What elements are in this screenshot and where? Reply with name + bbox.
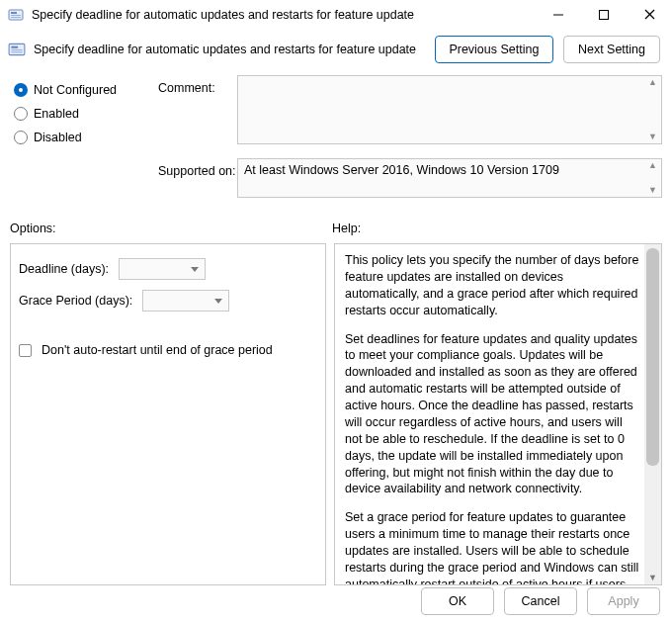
radio-icon	[14, 131, 28, 144]
grace-period-combobox[interactable]	[142, 290, 229, 312]
options-label: Options:	[10, 222, 332, 235]
radio-not-configured[interactable]: Not Configured	[14, 83, 158, 97]
svg-rect-2	[11, 15, 21, 16]
maximize-button[interactable]	[581, 0, 627, 30]
ok-button[interactable]: OK	[421, 587, 494, 615]
checkbox-icon[interactable]	[19, 344, 32, 357]
svg-rect-11	[11, 51, 22, 52]
svg-rect-3	[11, 17, 21, 18]
scroll-up-icon[interactable]: ▲	[644, 76, 661, 89]
header: Specify deadline for automatic updates a…	[0, 30, 672, 75]
footer: OK Cancel Apply	[0, 579, 672, 623]
svg-rect-9	[11, 46, 18, 48]
comment-label: Comment:	[158, 75, 237, 95]
comment-textbox[interactable]: ▲ ▼	[237, 75, 662, 144]
svg-rect-5	[600, 10, 609, 19]
apply-button[interactable]: Apply	[587, 587, 660, 615]
radio-disabled[interactable]: Disabled	[14, 131, 158, 144]
scrollbar-thumb[interactable]	[646, 248, 659, 466]
minimize-button[interactable]	[536, 0, 581, 30]
supported-on-label: Supported on:	[158, 158, 237, 178]
help-paragraph: Set a grace period for feature updates t…	[345, 509, 639, 585]
dont-autorestart-row[interactable]: Don't auto-restart until end of grace pe…	[19, 343, 317, 357]
window-title: Specify deadline for automatic updates a…	[32, 8, 536, 22]
policy-title: Specify deadline for automatic updates a…	[34, 43, 427, 56]
supported-on-text: At least Windows Server 2016, Windows 10…	[244, 163, 559, 177]
supported-scroll[interactable]: ▲ ▼	[644, 159, 661, 197]
scroll-down-icon[interactable]: ▼	[644, 131, 661, 143]
dont-autorestart-label: Don't auto-restart until end of grace pe…	[42, 343, 273, 357]
help-text: This policy lets you specify the number …	[345, 252, 639, 585]
next-setting-button[interactable]: Next Setting	[563, 36, 660, 63]
radio-icon	[14, 83, 28, 97]
svg-rect-1	[11, 12, 17, 14]
help-paragraph: Set deadlines for feature updates and qu…	[345, 331, 639, 498]
titlebar: Specify deadline for automatic updates a…	[0, 0, 672, 30]
deadline-combobox[interactable]	[119, 258, 206, 280]
help-panel: This policy lets you specify the number …	[334, 243, 662, 585]
radio-label: Not Configured	[34, 83, 117, 97]
deadline-label: Deadline (days):	[19, 262, 109, 276]
radio-icon	[14, 107, 28, 121]
radio-label: Disabled	[34, 131, 82, 144]
help-paragraph: This policy lets you specify the number …	[345, 252, 639, 319]
grace-period-label: Grace Period (days):	[19, 294, 132, 308]
help-scrollbar[interactable]: ▲ ▼	[644, 244, 661, 584]
cancel-button[interactable]: Cancel	[504, 587, 577, 615]
policy-icon	[8, 41, 26, 58]
state-radio-group: Not Configured Enabled Disabled	[10, 75, 158, 154]
svg-rect-10	[11, 49, 22, 50]
options-panel: Deadline (days): Grace Period (days): Do…	[10, 243, 326, 585]
comment-scroll[interactable]: ▲ ▼	[644, 76, 661, 143]
help-label: Help:	[332, 222, 361, 235]
gpedit-policy-icon	[8, 7, 24, 23]
close-button[interactable]	[627, 0, 672, 30]
scroll-down-icon[interactable]: ▼	[644, 184, 661, 197]
radio-label: Enabled	[34, 107, 79, 121]
supported-on-textbox: At least Windows Server 2016, Windows 10…	[237, 158, 662, 198]
previous-setting-button[interactable]: Previous Setting	[435, 36, 553, 63]
radio-enabled[interactable]: Enabled	[14, 107, 158, 121]
scroll-up-icon[interactable]: ▲	[644, 159, 661, 172]
